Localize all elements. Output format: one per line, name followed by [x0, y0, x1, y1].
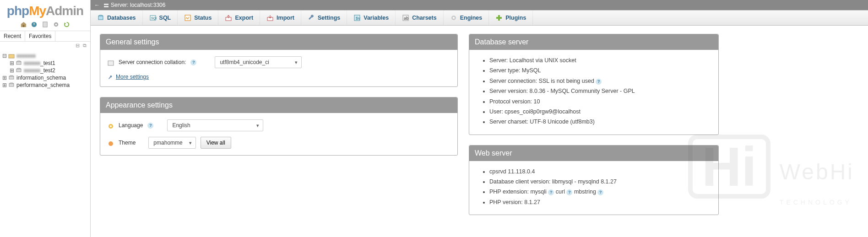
col-right: Database server Server: Localhost via UN… [469, 34, 719, 225]
panel-title: Database server [469, 34, 718, 50]
help-icon[interactable]: ? [566, 189, 572, 195]
sidebar-tabs: Recent Favorites [0, 31, 90, 42]
list-item: PHP version: 8.1.27 [489, 198, 711, 207]
panel-database-server: Database server Server: Localhost via UN… [469, 34, 719, 135]
charsets-icon: ab [402, 14, 409, 22]
help-icon[interactable]: ? [147, 123, 153, 129]
help-icon[interactable]: ? [596, 79, 602, 85]
svg-text:$v: $v [356, 16, 360, 21]
tree-collapse-actions: ⊟ ⧉ [0, 42, 90, 49]
logout-icon[interactable] [31, 21, 38, 28]
tree-db-label: performance_schema [16, 82, 70, 88]
tree-db-label: information_schema [16, 75, 66, 81]
svg-rect-20 [185, 15, 190, 21]
more-settings-link[interactable]: More settings [108, 74, 149, 80]
collapse-all-icon[interactable]: ⊟ [76, 43, 80, 48]
sql-icon: SQL [149, 14, 157, 22]
svg-rect-7 [16, 62, 21, 65]
list-item: Server charset: UTF-8 Unicode (utf8mb3) [489, 118, 711, 126]
tree-db-2[interactable]: ⊞ information_schema [2, 74, 88, 81]
collation-select[interactable]: utf8mb4_unicode_ci [215, 56, 302, 68]
sidebar-quick-icons [0, 19, 90, 31]
list-item: PHP extension: mysqli ? curl ? mbstring … [489, 188, 711, 196]
row-language: Language ? English [108, 119, 450, 131]
tree-root[interactable]: ⊟ xxxxxxx [2, 52, 88, 59]
svg-rect-13 [9, 84, 14, 86]
status-icon [184, 14, 191, 22]
menu-charsets[interactable]: abCharsets [396, 11, 444, 25]
list-item: Server version: 8.0.36 - MySQL Community… [489, 87, 711, 96]
language-label: Language [119, 122, 143, 129]
panel-appearance-settings: Appearance settings Language ? English T… [100, 97, 458, 156]
wrench-icon [308, 14, 315, 22]
svg-rect-29 [108, 61, 114, 65]
home-icon[interactable] [20, 21, 27, 28]
back-arrow-icon[interactable]: ← [94, 2, 100, 8]
db-tree: ⊟ xxxxxxx ⊞ xxxxxx_test1 ⊞ xxxxxx_test2 … [0, 49, 90, 92]
expand-minus-icon[interactable]: ⊟ [2, 53, 7, 59]
panel-title: General settings [100, 34, 457, 50]
tree-db-1[interactable]: ⊞ xxxxxx_test2 [9, 67, 88, 74]
variables-icon: $v [353, 14, 361, 22]
content-area: General settings Server connection colla… [91, 26, 868, 233]
database-icon [97, 14, 104, 22]
menu-import[interactable]: Import [260, 11, 301, 25]
menu-engines[interactable]: Engines [444, 11, 489, 25]
unlink-icon[interactable]: ⧉ [83, 43, 87, 48]
svg-point-31 [110, 125, 112, 127]
list-item: Server connection: SSL is not being used… [489, 77, 711, 86]
list-item: cpsrvd 11.118.0.4 [489, 167, 711, 176]
tab-favorites[interactable]: Favorites [25, 31, 55, 41]
database-icon [8, 75, 15, 81]
svg-rect-0 [22, 25, 24, 27]
row-collation: Server connection collation: ? utf8mb4_u… [108, 56, 450, 68]
menu-plugins[interactable]: Plugins [489, 11, 533, 25]
menu-variables[interactable]: $vVariables [347, 11, 396, 25]
theme-label: Theme [119, 140, 136, 146]
svg-rect-17 [98, 16, 103, 20]
import-icon [266, 14, 274, 22]
svg-rect-9 [16, 69, 21, 72]
tree-db-3[interactable]: ⊞ performance_schema [2, 81, 88, 89]
database-icon [8, 82, 15, 88]
theme-select[interactable]: pmahomme [148, 137, 195, 149]
menu-databases[interactable]: Databases [91, 11, 143, 25]
sidebar: phpMyAdmin Recent Favorites ⊟ ⧉ ⊟ xxxxxx… [0, 0, 91, 237]
list-item: Protocol version: 10 [489, 97, 711, 106]
main: ← Server: localhost:3306 Databases SQLSQ… [91, 0, 868, 237]
svg-rect-11 [9, 76, 14, 79]
panel-title: Appearance settings [100, 97, 457, 113]
list-item: Database client version: libmysql - mysq… [489, 178, 711, 186]
view-all-button[interactable]: View all [201, 137, 231, 149]
list-item: User: cpses_coi8p0rgw9@localhost [489, 108, 711, 116]
help-icon[interactable]: ? [548, 189, 554, 195]
expand-plus-icon[interactable]: ⊞ [2, 75, 7, 81]
language-select[interactable]: English [167, 119, 263, 131]
list-item: Server type: MySQL [489, 66, 711, 75]
panel-title: Web server [469, 145, 718, 161]
breadcrumb-server[interactable]: Server: localhost:3306 [111, 2, 165, 8]
server-icon [103, 2, 109, 8]
svg-rect-5 [9, 54, 14, 58]
language-icon [108, 122, 114, 129]
tab-recent[interactable]: Recent [0, 31, 25, 41]
docs-icon[interactable] [42, 21, 49, 28]
help-icon[interactable]: ? [190, 59, 196, 65]
refresh-icon[interactable] [63, 21, 71, 28]
web-server-list: cpsrvd 11.118.0.4 Database client versio… [477, 167, 711, 207]
menu-status[interactable]: Status [178, 11, 218, 25]
menu-export[interactable]: Export [218, 11, 260, 25]
menu-sql[interactable]: SQLSQL [143, 11, 178, 25]
expand-plus-icon[interactable]: ⊞ [9, 67, 15, 74]
server-group-icon [8, 53, 15, 59]
menu-settings[interactable]: Settings [301, 11, 347, 25]
export-icon [225, 14, 232, 22]
help-icon[interactable]: ? [597, 189, 603, 195]
col-left: General settings Server connection colla… [100, 34, 458, 225]
logo[interactable]: phpMyAdmin [0, 0, 90, 19]
tree-db-0[interactable]: ⊞ xxxxxx_test1 [9, 59, 88, 67]
topmenu: Databases SQLSQL Status Export Import Se… [91, 10, 868, 26]
expand-plus-icon[interactable]: ⊞ [9, 60, 15, 66]
gear-icon[interactable] [52, 21, 60, 28]
expand-plus-icon[interactable]: ⊞ [2, 82, 7, 88]
